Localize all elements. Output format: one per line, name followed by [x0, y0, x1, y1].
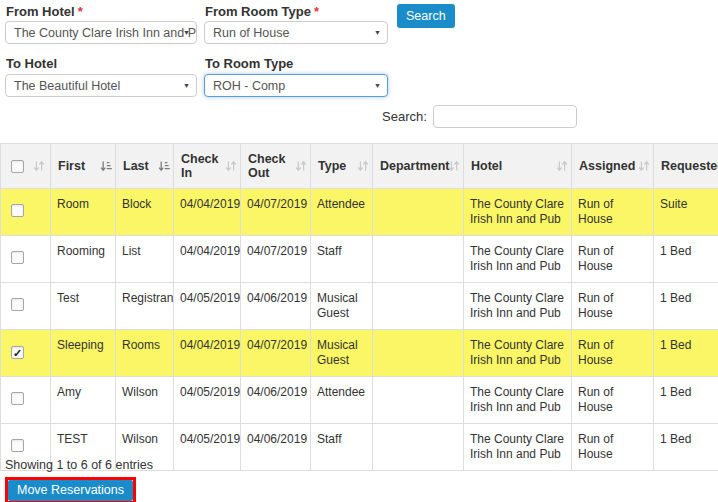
cell-last: Rooms	[116, 330, 174, 377]
table-body: RoomBlock04/04/201904/07/2019AttendeeThe…	[1, 189, 718, 471]
from-room-type-label: From Room Type*	[205, 4, 319, 19]
move-reservations-page: From Hotel* The County Clare Irish Inn a…	[0, 0, 718, 502]
cell-first: Amy	[51, 377, 116, 424]
cell-check_in: 04/04/2019	[174, 330, 241, 377]
cell-first: Sleeping	[51, 330, 116, 377]
table-row[interactable]: TestRegistrant04/05/201904/06/2019Musica…	[1, 283, 718, 330]
column-header-hotel[interactable]: Hotel	[464, 144, 572, 189]
row-checkbox[interactable]	[11, 439, 24, 452]
cell-type: Staff	[311, 236, 373, 283]
cell-requested: 1 Bed	[654, 236, 718, 283]
to-hotel-label-text: To Hotel	[6, 56, 57, 71]
cell-check_in: 04/05/2019	[174, 283, 241, 330]
row-checkbox[interactable]: ✓	[11, 346, 24, 359]
column-label: First	[58, 159, 85, 173]
column-label: Hotel	[471, 159, 502, 173]
table-header-row: FirstLastCheck InCheck OutTypeDepartment…	[1, 144, 718, 189]
cell-check_out: 04/06/2019	[241, 377, 311, 424]
table-search-input[interactable]	[433, 105, 577, 128]
sort-icon	[638, 160, 650, 172]
cell-last: Registrant	[116, 283, 174, 330]
cell-check_out: 04/06/2019	[241, 424, 311, 471]
cell-department	[373, 283, 464, 330]
cell-type: Attendee	[311, 377, 373, 424]
row-checkbox[interactable]	[11, 251, 24, 264]
from-room-type-value: Run of House	[213, 26, 289, 40]
table-row[interactable]: RoomingList04/04/201904/07/2019StaffThe …	[1, 236, 718, 283]
row-checkbox[interactable]	[11, 298, 24, 311]
sort-active-icon	[100, 160, 112, 172]
cell-hotel: The County Clare Irish Inn and Pub	[464, 283, 572, 330]
cell-check_in: 04/05/2019	[174, 424, 241, 471]
cell-requested: 1 Bed	[654, 424, 718, 471]
cell-department	[373, 330, 464, 377]
cell-check_in: 04/04/2019	[174, 236, 241, 283]
cell-type: Musical Guest	[311, 283, 373, 330]
to-hotel-label: To Hotel	[6, 56, 57, 71]
select-arrow-icon: ▼	[374, 82, 381, 89]
cell-last: Block	[116, 189, 174, 236]
cell-first: Rooming	[51, 236, 116, 283]
cell-hotel: The County Clare Irish Inn and Pub	[464, 377, 572, 424]
to-room-type-select[interactable]: ROH - Comp ▼	[204, 74, 388, 97]
sort-icon	[357, 160, 369, 172]
cell-type: Staff	[311, 424, 373, 471]
cell-assigned: Run of House	[572, 236, 654, 283]
column-header-assigned[interactable]: Assigned	[572, 144, 654, 189]
sort-active-icon	[158, 160, 170, 172]
cell-requested: Suite	[654, 189, 718, 236]
column-header-type[interactable]: Type	[311, 144, 373, 189]
column-header-check_in[interactable]: Check In	[174, 144, 241, 189]
select-all-checkbox[interactable]	[11, 160, 24, 173]
column-header-requested[interactable]: Requested	[654, 144, 718, 189]
from-room-type-select[interactable]: Run of House ▼	[204, 21, 388, 44]
cell-assigned: Run of House	[572, 424, 654, 471]
column-label: Check In	[181, 152, 219, 180]
column-label: Last	[123, 159, 149, 173]
cell-type: Musical Guest	[311, 330, 373, 377]
column-header-first[interactable]: First	[51, 144, 116, 189]
from-hotel-select[interactable]: The County Clare Irish Inn and P ▼	[5, 21, 197, 44]
cell-requested: 1 Bed	[654, 377, 718, 424]
table-search: Search:	[382, 105, 577, 128]
select-arrow-icon: ▼	[183, 29, 190, 36]
from-hotel-value: The County Clare Irish Inn and P	[14, 26, 196, 40]
column-label: Check Out	[248, 152, 286, 180]
column-label: Assigned	[579, 159, 635, 173]
cell-check_out: 04/07/2019	[241, 189, 311, 236]
column-header-select[interactable]	[1, 144, 51, 189]
row-checkbox[interactable]	[11, 204, 24, 217]
column-header-last[interactable]: Last	[116, 144, 174, 189]
cell-hotel: The County Clare Irish Inn and Pub	[464, 236, 572, 283]
from-room-type-label-text: From Room Type	[205, 4, 311, 19]
required-asterisk: *	[314, 4, 319, 19]
table-row[interactable]: ✓SleepingRooms04/04/201904/07/2019Musica…	[1, 330, 718, 377]
cell-first: Test	[51, 283, 116, 330]
table-row[interactable]: AmyWilson04/05/201904/06/2019AttendeeThe…	[1, 377, 718, 424]
cell-check_in: 04/04/2019	[174, 189, 241, 236]
column-label: Type	[318, 159, 346, 173]
cell-hotel: The County Clare Irish Inn and Pub	[464, 330, 572, 377]
move-reservations-button[interactable]: Move Reservations	[8, 480, 133, 501]
row-checkbox[interactable]	[11, 392, 24, 405]
column-header-check_out[interactable]: Check Out	[241, 144, 311, 189]
cell-assigned: Run of House	[572, 189, 654, 236]
cell-hotel: The County Clare Irish Inn and Pub	[464, 189, 572, 236]
cell-select: ✓	[1, 330, 51, 377]
table-row[interactable]: RoomBlock04/04/201904/07/2019AttendeeThe…	[1, 189, 718, 236]
cell-assigned: Run of House	[572, 330, 654, 377]
from-hotel-label-text: From Hotel	[6, 4, 75, 19]
cell-check_out: 04/06/2019	[241, 283, 311, 330]
cell-requested: 1 Bed	[654, 283, 718, 330]
cell-select	[1, 283, 51, 330]
select-arrow-icon: ▼	[183, 82, 190, 89]
to-hotel-select[interactable]: The Beautiful Hotel ▼	[5, 74, 197, 97]
column-header-department[interactable]: Department	[373, 144, 464, 189]
column-label: Requested	[661, 159, 718, 173]
to-room-type-label: To Room Type	[205, 56, 293, 71]
highlight-annotation: Move Reservations	[5, 477, 136, 502]
to-hotel-value: The Beautiful Hotel	[14, 79, 120, 93]
search-button[interactable]: Search	[397, 4, 455, 28]
cell-department	[373, 236, 464, 283]
cell-hotel: The County Clare Irish Inn and Pub	[464, 424, 572, 471]
